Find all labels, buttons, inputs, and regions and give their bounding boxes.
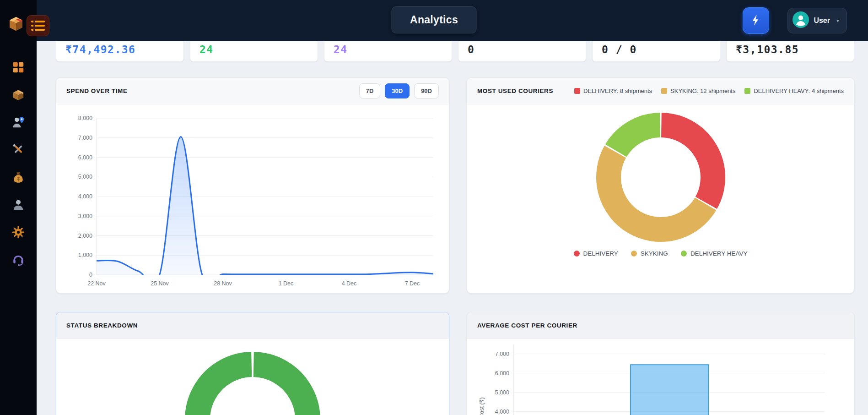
legend-item[interactable]: SKYKING (631, 250, 668, 257)
legend-item[interactable]: DELHIVERY: 8 shipments (574, 87, 652, 94)
status-breakdown-title: STATUS BREAKDOWN (66, 322, 138, 329)
range-button-7d[interactable]: 7D (359, 83, 381, 98)
sidebar-item-tools[interactable] (11, 144, 26, 158)
svg-text:4,000: 4,000 (495, 409, 509, 415)
sidebar-item-tracking[interactable] (11, 116, 26, 130)
legend-label: SKYKING: 12 shipments (670, 87, 735, 94)
svg-text:1 Dec: 1 Dec (279, 280, 294, 287)
average-cost-card: AVERAGE COST PER COURIER 01,0002,0003,00… (467, 312, 854, 415)
spend-over-time-card: SPEND OVER TIME 7D30D90D 01,0002,0003,00… (56, 77, 449, 294)
couriers-title: MOST USED COURIERS (477, 87, 553, 94)
svg-text:25 Nov: 25 Nov (151, 280, 169, 287)
svg-text:7,000: 7,000 (495, 351, 509, 357)
money-bag-icon (11, 170, 25, 186)
chevron-down-icon: ▾ (836, 17, 839, 24)
stat-value: 24 (334, 44, 348, 55)
menu-toggle-button[interactable] (27, 15, 49, 36)
stat-value: 0 / 0 (602, 44, 637, 55)
svg-text:7,000: 7,000 (78, 135, 92, 141)
spend-line-chart: 01,0002,0003,0004,0005,0006,0007,0008,00… (63, 110, 442, 292)
person-icon (11, 198, 25, 213)
most-used-couriers-card: MOST USED COURIERS DELHIVERY: 8 shipment… (467, 77, 854, 294)
package-icon (11, 88, 25, 104)
range-button-90d[interactable]: 90D (414, 83, 439, 98)
date-range-toggle: 7D30D90D (359, 83, 439, 98)
user-menu[interactable]: User ▾ (787, 8, 847, 33)
legend-item[interactable]: DELHIVERY HEAVY: 4 shipments (744, 87, 844, 94)
couriers-header-legend: DELHIVERY: 8 shipmentsSKYKING: 12 shipme… (574, 87, 844, 94)
svg-text:5,000: 5,000 (78, 174, 92, 180)
svg-text:Cost (₹): Cost (₹) (479, 397, 485, 415)
average-cost-header: AVERAGE COST PER COURIER (467, 312, 854, 339)
spend-over-time-header: SPEND OVER TIME 7D30D90D (56, 78, 449, 104)
svg-text:2,000: 2,000 (78, 233, 92, 239)
charts-row-2: STATUS BREAKDOWN AVERAGE COST PER COURIE… (56, 312, 854, 415)
status-breakdown-card: STATUS BREAKDOWN (56, 312, 449, 415)
stat-value: ₹3,103.85 (736, 44, 799, 55)
legend-swatch (574, 88, 580, 94)
person-pin-icon (11, 115, 25, 131)
svg-text:6,000: 6,000 (495, 370, 509, 377)
spend-chart-body: 01,0002,0003,0004,0005,0006,0007,0008,00… (56, 104, 449, 294)
legend-label: DELHIVERY: 8 shipments (583, 87, 652, 94)
couriers-donut-chart (595, 112, 726, 243)
average-cost-chart-body: 01,0002,0003,0004,0005,0006,0007,000Cost… (467, 339, 854, 415)
legend-swatch (681, 251, 687, 257)
sidebar-item-support[interactable] (11, 254, 26, 268)
stat-value: 24 (199, 44, 214, 55)
couriers-bottom-legend: DELHIVERYSKYKINGDELHIVERY HEAVY (574, 250, 748, 257)
legend-label: DELHIVERY HEAVY: 4 shipments (754, 87, 844, 94)
spend-over-time-title: SPEND OVER TIME (66, 87, 128, 94)
svg-text:3,000: 3,000 (78, 213, 92, 219)
app-logo[interactable] (7, 14, 25, 35)
legend-label: DELHIVERY HEAVY (690, 250, 748, 257)
legend-swatch (631, 251, 637, 257)
menu-bar (31, 21, 45, 22)
navbar-right-cluster: User ▾ (743, 0, 847, 41)
headset-icon (11, 253, 25, 268)
legend-label: SKYKING (641, 250, 668, 257)
legend-item[interactable]: DELHIVERY HEAVY (681, 250, 748, 257)
status-breakdown-header: STATUS BREAKDOWN (56, 312, 449, 339)
user-label: User (814, 16, 830, 25)
svg-text:8,000: 8,000 (78, 115, 92, 121)
svg-text:4,000: 4,000 (78, 193, 92, 200)
sidebar-nav (0, 61, 37, 268)
page-title: Analytics (410, 14, 458, 26)
sidebar-item-settings[interactable] (11, 226, 26, 240)
gear-icon (11, 225, 25, 241)
sidebar-item-customers[interactable] (11, 199, 26, 213)
couriers-header: MOST USED COURIERS DELHIVERY: 8 shipment… (467, 78, 854, 104)
sidebar (0, 0, 37, 415)
legend-label: DELHIVERY (583, 250, 618, 257)
legend-swatch (744, 88, 750, 94)
legend-swatch (574, 251, 580, 257)
svg-text:1,000: 1,000 (78, 252, 92, 258)
svg-text:6,000: 6,000 (78, 154, 92, 161)
svg-text:0: 0 (89, 272, 92, 278)
legend-swatch (661, 88, 667, 94)
menu-bar (31, 29, 45, 31)
main-content: ₹74,492.36242400 / 0₹3,103.85 SPEND OVER… (37, 0, 868, 415)
stat-value: 0 (468, 44, 474, 55)
stat-value: ₹74,492.36 (65, 44, 135, 55)
svg-text:22 Nov: 22 Nov (87, 280, 106, 287)
sidebar-item-dashboard[interactable] (11, 61, 26, 75)
lightning-bolt-icon (749, 14, 762, 28)
legend-item[interactable]: SKYKING: 12 shipments (661, 87, 735, 94)
sidebar-item-billing[interactable] (11, 171, 26, 185)
legend-item[interactable]: DELHIVERY (574, 250, 618, 257)
sidebar-item-packages[interactable] (11, 89, 26, 103)
svg-text:7 Dec: 7 Dec (405, 280, 420, 287)
charts-row-1: SPEND OVER TIME 7D30D90D 01,0002,0003,00… (56, 77, 854, 294)
page-title-container: Analytics (391, 6, 477, 33)
tools-icon (11, 143, 25, 158)
status-donut-chart (184, 351, 321, 415)
grid-icon (11, 60, 25, 76)
couriers-chart-body: DELHIVERYSKYKINGDELHIVERY HEAVY (467, 104, 854, 257)
average-cost-bar-chart: 01,0002,0003,0004,0005,0006,0007,000Cost… (472, 339, 836, 415)
menu-bar (31, 25, 45, 27)
range-button-30d[interactable]: 30D (385, 83, 410, 98)
svg-text:4 Dec: 4 Dec (342, 280, 357, 287)
quick-actions-button[interactable] (743, 7, 769, 34)
